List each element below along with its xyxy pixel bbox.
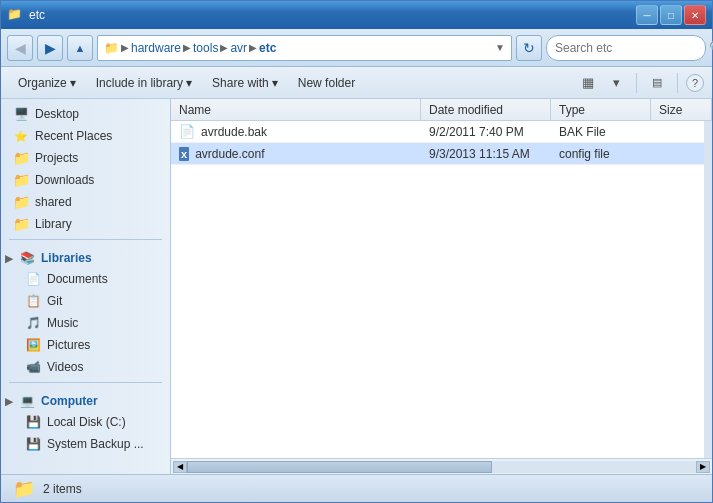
desktop-icon: 🖥️ bbox=[13, 106, 29, 122]
music-icon: 🎵 bbox=[25, 315, 41, 331]
computer-section-header[interactable]: ▶ 💻 Computer bbox=[1, 387, 170, 411]
view-dropdown-button[interactable]: ▾ bbox=[604, 71, 628, 95]
computer-collapse-icon: ▶ bbox=[5, 396, 13, 407]
folder-icon: 📁 bbox=[13, 194, 29, 210]
table-row[interactable]: x avrdude.conf 9/3/2013 11:15 AM config … bbox=[171, 143, 704, 165]
sidebar-item-label: shared bbox=[35, 195, 72, 209]
organize-label: Organize bbox=[18, 76, 67, 90]
sidebar: 🖥️ Desktop ⭐ Recent Places 📁 Projects 📁 … bbox=[1, 99, 171, 474]
search-icon: 🔍 bbox=[709, 40, 713, 55]
sidebar-item-desktop[interactable]: 🖥️ Desktop bbox=[1, 103, 170, 125]
path-dropdown-arrow[interactable]: ▼ bbox=[495, 42, 505, 53]
sidebar-item-label: Library bbox=[35, 217, 72, 231]
scroll-thumb[interactable] bbox=[187, 461, 492, 473]
column-size-header[interactable]: Size bbox=[651, 99, 712, 120]
libraries-icon: 📚 bbox=[19, 250, 35, 266]
path-segment-hardware[interactable]: hardware bbox=[131, 41, 181, 55]
scroll-track[interactable] bbox=[187, 461, 696, 473]
file-type-cell: BAK File bbox=[551, 125, 651, 139]
disk-icon-d: 💾 bbox=[25, 436, 41, 452]
file-date-cell: 9/2/2011 7:40 PM bbox=[421, 125, 551, 139]
search-input[interactable] bbox=[555, 41, 705, 55]
computer-icon: 💻 bbox=[19, 393, 35, 409]
status-bar: 📁 2 items bbox=[1, 474, 712, 502]
sidebar-item-label: Projects bbox=[35, 151, 78, 165]
section-label: Computer bbox=[41, 394, 98, 408]
disk-icon: 💾 bbox=[25, 414, 41, 430]
table-row[interactable]: 📄 avrdude.bak 9/2/2011 7:40 PM BAK File bbox=[171, 121, 704, 143]
organize-button[interactable]: Organize ▾ bbox=[9, 71, 85, 95]
sidebar-item-local-d[interactable]: 💾 System Backup ... bbox=[1, 433, 170, 455]
sidebar-item-documents[interactable]: 📄 Documents bbox=[1, 268, 170, 290]
toolbar-right: ▦ ▾ ▤ ? bbox=[576, 71, 704, 95]
sidebar-item-downloads[interactable]: 📁 Downloads bbox=[1, 169, 170, 191]
scroll-left-button[interactable]: ◀ bbox=[173, 461, 187, 473]
file-date-cell: 9/3/2013 11:15 AM bbox=[421, 147, 551, 161]
help-button[interactable]: ? bbox=[686, 74, 704, 92]
sidebar-item-projects[interactable]: 📁 Projects bbox=[1, 147, 170, 169]
sidebar-item-music[interactable]: 🎵 Music bbox=[1, 312, 170, 334]
toolbar: Organize ▾ Include in library ▾ Share wi… bbox=[1, 67, 712, 99]
sidebar-divider-2 bbox=[9, 382, 162, 383]
back-button[interactable]: ◀ bbox=[7, 35, 33, 61]
include-library-button[interactable]: Include in library ▾ bbox=[87, 71, 201, 95]
sidebar-item-label: Pictures bbox=[47, 338, 90, 352]
videos-icon: 📹 bbox=[25, 359, 41, 375]
sidebar-item-local-c[interactable]: 💾 Local Disk (C:) bbox=[1, 411, 170, 433]
sidebar-item-videos[interactable]: 📹 Videos bbox=[1, 356, 170, 378]
file-type-cell: config file bbox=[551, 147, 651, 161]
sidebar-item-label: Recent Places bbox=[35, 129, 112, 143]
file-area: Name Date modified Type Size 📄 bbox=[171, 99, 712, 474]
title-bar-left: 📁 etc bbox=[7, 7, 45, 23]
new-folder-button[interactable]: New folder bbox=[289, 71, 364, 95]
sidebar-item-pictures[interactable]: 🖼️ Pictures bbox=[1, 334, 170, 356]
close-button[interactable]: ✕ bbox=[684, 5, 706, 25]
path-segment-etc[interactable]: etc bbox=[259, 41, 276, 55]
path-segment-tools[interactable]: tools bbox=[193, 41, 218, 55]
search-box[interactable]: 🔍 bbox=[546, 35, 706, 61]
folder-icon: 📁 bbox=[13, 216, 29, 232]
sidebar-item-shared[interactable]: 📁 shared bbox=[1, 191, 170, 213]
maximize-button[interactable]: □ bbox=[660, 5, 682, 25]
address-path[interactable]: 📁 ▶ hardware ▶ tools ▶ avr ▶ etc ▼ bbox=[97, 35, 512, 61]
sidebar-item-label: System Backup ... bbox=[47, 437, 144, 451]
main-area: 🖥️ Desktop ⭐ Recent Places 📁 Projects 📁 … bbox=[1, 99, 712, 474]
path-parts: 📁 ▶ hardware ▶ tools ▶ avr ▶ etc bbox=[104, 41, 276, 55]
share-dropdown-icon: ▾ bbox=[272, 76, 278, 90]
sidebar-item-label: Documents bbox=[47, 272, 108, 286]
folder-icon: 📁 bbox=[13, 150, 29, 166]
vertical-scrollbar[interactable] bbox=[704, 121, 712, 458]
forward-button[interactable]: ▶ bbox=[37, 35, 63, 61]
sidebar-item-recent[interactable]: ⭐ Recent Places bbox=[1, 125, 170, 147]
details-pane-button[interactable]: ▤ bbox=[645, 71, 669, 95]
file-list: 📄 avrdude.bak 9/2/2011 7:40 PM BAK File … bbox=[171, 121, 704, 458]
sidebar-item-git[interactable]: 📋 Git bbox=[1, 290, 170, 312]
window-title: etc bbox=[29, 8, 45, 22]
file-name-text: avrdude.conf bbox=[195, 147, 264, 161]
column-type-header[interactable]: Type bbox=[551, 99, 651, 120]
view-mode-button[interactable]: ▦ bbox=[576, 71, 600, 95]
title-bar: 📁 etc ─ □ ✕ bbox=[1, 1, 712, 29]
libraries-section-header[interactable]: ▶ 📚 Libraries bbox=[1, 244, 170, 268]
column-date-header[interactable]: Date modified bbox=[421, 99, 551, 120]
up-button[interactable]: ▲ bbox=[67, 35, 93, 61]
include-dropdown-icon: ▾ bbox=[186, 76, 192, 90]
minimize-button[interactable]: ─ bbox=[636, 5, 658, 25]
documents-icon: 📄 bbox=[25, 271, 41, 287]
scroll-right-button[interactable]: ▶ bbox=[696, 461, 710, 473]
toolbar-separator bbox=[636, 73, 637, 93]
git-icon: 📋 bbox=[25, 293, 41, 309]
horizontal-scrollbar[interactable]: ◀ ▶ bbox=[171, 458, 712, 474]
section-collapse-icon: ▶ bbox=[5, 253, 13, 264]
sidebar-item-library[interactable]: 📁 Library bbox=[1, 213, 170, 235]
file-name-text: avrdude.bak bbox=[201, 125, 267, 139]
sidebar-item-label: Git bbox=[47, 294, 62, 308]
file-icon: 📄 bbox=[179, 124, 195, 139]
status-text: 2 items bbox=[43, 482, 82, 496]
column-name-header[interactable]: Name bbox=[171, 99, 421, 120]
pictures-icon: 🖼️ bbox=[25, 337, 41, 353]
path-segment-avr[interactable]: avr bbox=[230, 41, 247, 55]
refresh-button[interactable]: ↻ bbox=[516, 35, 542, 61]
include-label: Include in library bbox=[96, 76, 183, 90]
share-button[interactable]: Share with ▾ bbox=[203, 71, 287, 95]
